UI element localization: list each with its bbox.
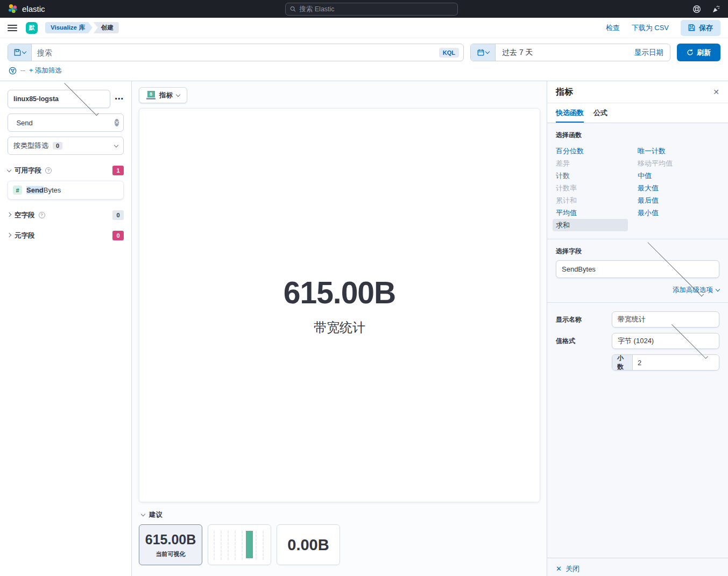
clear-search-icon[interactable]: ✕ [115,119,119,126]
suggestion-zero[interactable]: 0.00B [277,524,340,565]
bar-chart-thumbnail [214,530,265,560]
function-option: 累计和 [556,194,638,207]
function-option[interactable]: 唯一计数 [638,145,719,157]
available-fields-section[interactable]: 可用字段 ? 1 [8,166,124,175]
global-search[interactable] [285,3,458,16]
chevron-down-icon [716,287,720,291]
function-option[interactable]: 平均值 [556,207,638,219]
whats-new-icon[interactable] [712,5,720,13]
field-combobox[interactable]: SendBytes [556,260,719,278]
info-icon: ? [39,212,45,218]
empty-fields-count: 0 [112,210,124,220]
display-name-field [612,311,719,328]
suggestions-row: 615.00B 当前可视化 0.00B [139,524,540,565]
query-bar: KQL 过去 7 天 显示日期 刷新 [0,38,728,61]
download-csv-button[interactable]: 下载为 CSV [632,23,669,33]
function-option[interactable]: 求和 [553,219,628,231]
saved-query-menu-button[interactable] [8,44,32,61]
info-icon: ? [45,167,52,174]
chevron-down-icon [114,143,118,147]
value-format-label: 值格式 [556,337,612,346]
field-sidebar: linux85-logstash-nginx-p... ⋯ ✕ 按类型筛选 0 … [0,81,132,576]
chevron-down-icon [485,49,489,54]
chevron-down-icon [176,92,180,96]
chevron-down-icon [141,512,145,516]
metric-chart-icon: 8 [146,91,156,99]
meta-fields-section[interactable]: 元字段 0 [8,231,124,240]
date-picker: 过去 7 天 显示日期 [470,44,670,61]
function-option: 计数率 [556,182,638,194]
divider [547,302,728,303]
divider [20,70,25,71]
choose-function-label: 选择函数 [556,131,719,140]
elastic-logo-icon [8,4,18,14]
suggestion-bar-chart[interactable] [208,524,271,565]
close-icon: ✕ [556,565,562,573]
visualization-panel: 615.00B 带宽统计 [139,108,540,502]
field-item-sendbytes[interactable]: # SendBytes [8,181,124,200]
save-icon [688,24,695,31]
search-icon [290,6,296,12]
function-option[interactable]: 中值 [638,169,719,182]
field-name: SendBytes [26,186,61,194]
space-avatar[interactable]: 默 [26,22,38,34]
show-dates-button[interactable]: 显示日期 [634,48,670,58]
field-search-input[interactable] [16,119,111,127]
chevron-down-icon [64,81,98,115]
close-icon[interactable]: ✕ [713,88,719,96]
kql-badge[interactable]: KQL [439,48,459,58]
function-option[interactable]: 计数 [556,169,638,182]
chart-type-switcher[interactable]: 8 指标 [139,87,187,103]
panel-tabs: 快选函数 公式 [547,103,728,123]
index-pattern-options-icon[interactable]: ⋯ [115,95,124,103]
time-range-value[interactable]: 过去 7 天 [496,48,634,58]
filter-bar: + 添加筛选 [0,61,728,81]
inspect-button[interactable]: 检查 [606,23,620,33]
save-button[interactable]: 保存 [681,20,720,36]
query-input[interactable] [32,48,439,57]
filter-icon[interactable] [9,67,17,75]
refresh-button[interactable]: 刷新 [677,44,720,61]
panel-title: 指标 [556,87,713,98]
chevron-down-icon [7,167,11,172]
app-header: elastic [0,0,728,18]
function-option: 移动平均值 [638,157,719,169]
index-pattern-select[interactable]: linux85-logstash-nginx-p... [8,90,110,108]
function-option[interactable]: 最大值 [638,182,719,194]
suggestions-toggle[interactable]: 建议 [142,510,540,520]
brand-name: elastic [22,4,45,13]
function-option[interactable]: 最小值 [638,207,719,219]
type-filter-count: 0 [53,142,62,150]
add-filter-button[interactable]: + 添加筛选 [29,66,62,75]
available-fields-count: 1 [112,166,124,175]
calendar-icon [477,49,484,56]
tab-formula[interactable]: 公式 [593,103,607,123]
bar [246,531,253,558]
display-name-input[interactable] [618,316,713,324]
date-quick-menu-button[interactable] [471,44,496,61]
chevron-right-icon [7,232,11,237]
breadcrumb-create: 创建 [94,22,119,33]
function-option[interactable]: 最后值 [638,194,719,207]
suggestion-current[interactable]: 615.00B 当前可视化 [139,524,202,565]
function-option[interactable]: 百分位数 [556,145,638,157]
function-list: 百分位数差异计数计数率累计和平均值求和 唯一计数移动平均值中值最大值最后值最小值 [556,145,719,231]
meta-fields-count: 0 [112,231,124,240]
close-panel-button[interactable]: ✕ 关闭 [547,558,728,576]
refresh-icon [687,49,694,56]
menu-icon[interactable] [8,25,17,31]
metric-label: 带宽统计 [314,319,365,336]
decimals-field: 小数 [612,354,719,371]
filter-by-type-select[interactable]: 按类型筛选 0 [8,137,124,155]
empty-fields-section[interactable]: 空字段 ? 0 [8,210,124,220]
function-option: 差异 [556,157,638,169]
metric-value: 615.00B [284,275,396,310]
value-format-select[interactable]: 字节 (1024) [612,333,719,349]
chevron-down-icon [22,49,26,54]
global-search-input[interactable] [299,5,453,13]
chevron-right-icon [7,212,11,216]
breadcrumb-visualize-library[interactable]: Visualize 库 [45,22,93,33]
help-icon[interactable] [692,5,701,13]
tab-quick-functions[interactable]: 快选函数 [556,103,584,123]
dimension-panel: 指标 ✕ 快选函数 公式 选择函数 百分位数差异计数计数率累计和平均值求和 唯一… [547,81,728,576]
